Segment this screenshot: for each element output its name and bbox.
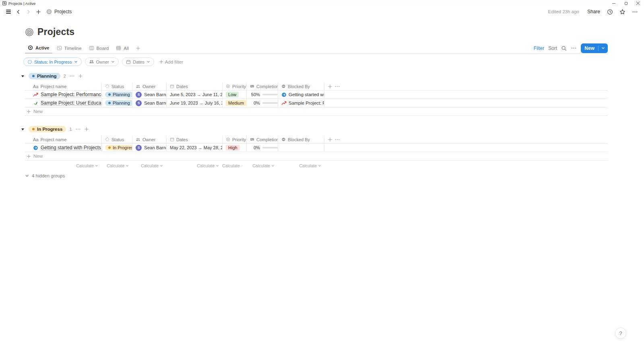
collapse-group-button[interactable]: [20, 74, 25, 79]
hidden-groups-toggle[interactable]: 4 hidden groups: [25, 172, 608, 180]
column-header-priority[interactable]: Priority: [222, 136, 246, 143]
plus-icon[interactable]: [78, 74, 83, 78]
breadcrumb[interactable]: Projects: [44, 8, 74, 16]
search-button[interactable]: [561, 45, 567, 51]
calculate-completion[interactable]: Calculate: [246, 161, 278, 171]
column-header-name[interactable]: Aa Project name: [25, 82, 101, 90]
new-row-button[interactable]: New: [25, 107, 608, 116]
dates-filter-chip[interactable]: Dates: [122, 58, 154, 66]
group-label: In Progress: [37, 127, 62, 132]
filter-button[interactable]: Filter: [534, 45, 545, 51]
relation-link[interactable]: Sample Project: Perform: [289, 101, 324, 105]
calculate-blocked-by[interactable]: Calculate: [278, 161, 324, 171]
status-badge[interactable]: Planning: [105, 92, 132, 97]
table-options-icon[interactable]: [334, 84, 340, 89]
owner-cell[interactable]: S Sean Barnes: [132, 99, 166, 107]
more-options-button[interactable]: [630, 8, 640, 16]
chevron-down-icon: [74, 60, 78, 64]
new-button[interactable]: New: [581, 43, 608, 53]
tab-active[interactable]: Active: [25, 43, 52, 54]
owner-cell[interactable]: S Sean Barnes: [132, 144, 166, 152]
updates-button[interactable]: [605, 8, 615, 16]
calculate-priority[interactable]: Calculate: [222, 161, 246, 171]
completion-cell[interactable]: 50%: [246, 91, 278, 99]
tab-timeline[interactable]: Timeline: [54, 43, 85, 54]
blocked-by-cell[interactable]: [278, 144, 324, 152]
column-header-blocked-by[interactable]: Blocked By: [278, 82, 324, 90]
blocked-by-cell[interactable]: Sample Project: Perform: [278, 99, 324, 107]
project-title-link[interactable]: Sample Project: User Education: [41, 100, 101, 106]
status-badge[interactable]: In Progress: [105, 145, 132, 150]
chevron-down-icon: [95, 164, 98, 167]
column-header-completion[interactable]: Completion: [246, 136, 278, 143]
column-header-name[interactable]: Aa Project name: [25, 136, 101, 143]
ellipsis-icon[interactable]: [69, 73, 75, 79]
close-button[interactable]: [632, 0, 644, 6]
chevron-down-icon: [601, 46, 605, 50]
column-header-dates[interactable]: Dates: [166, 82, 222, 90]
dates-cell[interactable]: June 19, 2023 → July 16, 2023: [166, 99, 222, 107]
collapse-group-button[interactable]: [20, 127, 25, 132]
new-dropdown-button[interactable]: [599, 46, 608, 50]
column-header-owner[interactable]: Owner: [132, 82, 166, 90]
blocked-by-cell[interactable]: Getting started with Proj: [278, 91, 324, 99]
sort-button[interactable]: Sort: [548, 45, 557, 51]
chevron-down-icon: [111, 60, 115, 64]
column-header-status[interactable]: Status: [101, 136, 132, 143]
plus-icon[interactable]: [84, 127, 89, 132]
status-filter-chip[interactable]: Status: In Progress: [23, 58, 82, 66]
new-page-button[interactable]: [34, 8, 43, 16]
view-options-button[interactable]: [571, 45, 577, 51]
column-header-priority[interactable]: Priority: [222, 82, 246, 90]
no-entry-icon: [281, 137, 286, 142]
calculate-owner[interactable]: Calculate: [132, 161, 166, 171]
completion-cell[interactable]: 0%: [246, 144, 278, 152]
project-title-link[interactable]: Sample Project: Performance: [41, 92, 101, 97]
add-filter-button[interactable]: Add filter: [157, 60, 185, 64]
column-header-owner[interactable]: Owner: [132, 136, 166, 143]
triangle-down-icon: [21, 128, 25, 131]
tab-board[interactable]: Board: [86, 43, 112, 54]
owner-cell[interactable]: S Sean Barnes: [132, 91, 166, 99]
add-column-icon[interactable]: [328, 84, 332, 89]
relation-link[interactable]: Getting started with Proj: [289, 92, 324, 97]
table-options-icon[interactable]: [334, 137, 340, 142]
add-view-button[interactable]: [133, 43, 143, 54]
priority-cell[interactable]: High: [222, 144, 246, 152]
column-header-status[interactable]: Status: [101, 82, 132, 90]
column-header-completion[interactable]: Completion: [246, 82, 278, 90]
help-button[interactable]: ?: [615, 327, 626, 339]
new-row-button[interactable]: New: [25, 152, 608, 161]
project-title-link[interactable]: Getting started with Projects & Tasks: [41, 145, 101, 150]
priority-cell[interactable]: Medium: [222, 99, 246, 107]
share-button[interactable]: Share: [585, 8, 603, 16]
owner-filter-chip[interactable]: Owner: [85, 58, 119, 66]
priority-cell[interactable]: Low: [222, 91, 246, 99]
calculate-name[interactable]: Calculate: [25, 161, 101, 171]
column-header-blocked-by[interactable]: Blocked By: [278, 136, 324, 143]
nav-back-button[interactable]: [14, 8, 23, 16]
column-header-dates[interactable]: Dates: [166, 136, 222, 143]
ellipsis-icon: [632, 9, 638, 15]
tab-all[interactable]: All: [113, 43, 132, 54]
ellipsis-icon[interactable]: [75, 126, 81, 132]
dates-cell[interactable]: May 22, 2023 → May 28, 2023: [166, 144, 222, 152]
favorite-button[interactable]: [617, 8, 627, 16]
progress-icon: [250, 137, 254, 142]
completion-cell[interactable]: 0%: [246, 99, 278, 107]
minimize-button[interactable]: [608, 0, 620, 6]
status-badge[interactable]: Planning: [105, 100, 132, 106]
sidebar-toggle-button[interactable]: [4, 8, 13, 15]
dates-cell[interactable]: June 5, 2023 → June 11, 2023: [166, 91, 222, 99]
table-row[interactable]: Sample Project: User Education Planning …: [25, 99, 608, 107]
calculate-dates[interactable]: Calculate: [166, 161, 222, 171]
group-in-progress-pill[interactable]: In Progress: [29, 126, 66, 132]
maximize-button[interactable]: [620, 0, 632, 6]
table-row[interactable]: Sample Project: Performance Planning S S…: [25, 91, 608, 99]
add-column-icon[interactable]: [328, 137, 332, 142]
calculate-status[interactable]: Calculate: [101, 161, 132, 171]
nav-forward-button[interactable]: [24, 8, 33, 16]
ellipsis-icon: [571, 45, 577, 51]
table-row[interactable]: Getting started with Projects & Tasks In…: [25, 144, 608, 152]
group-planning-pill[interactable]: Planning: [29, 73, 60, 79]
